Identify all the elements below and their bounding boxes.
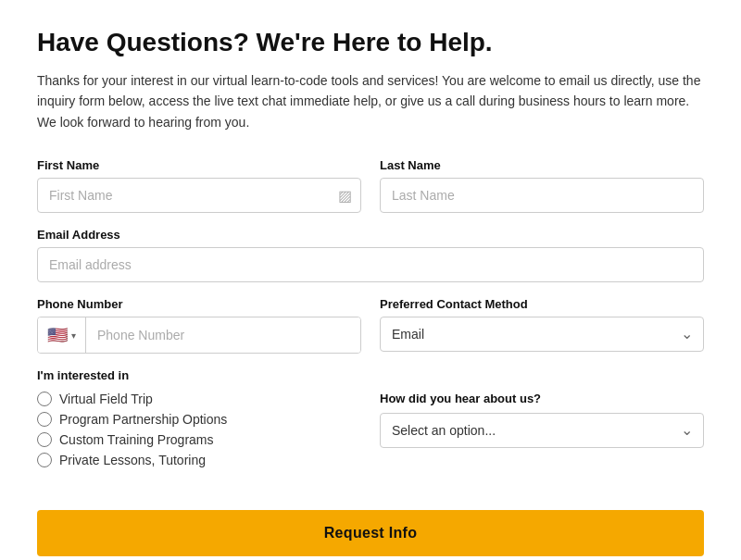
list-item: Program Partnership Options (37, 412, 361, 427)
contact-form: First Name ▨ Last Name Email Address Pho… (37, 158, 704, 556)
first-name-label: First Name (37, 158, 361, 172)
contact-method-select-wrapper: Email Phone Text (380, 317, 704, 352)
us-flag-icon: 🇺🇸 (47, 325, 68, 345)
phone-flag-select[interactable]: 🇺🇸 ▾ (38, 317, 86, 353)
custom-training-label: Custom Training Programs (59, 432, 214, 447)
contact-method-group: Preferred Contact Method Email Phone Tex… (380, 297, 704, 354)
checkboxes-column: Virtual Field Trip Program Partnership O… (37, 392, 361, 473)
phone-contact-row: Phone Number 🇺🇸 ▾ Preferred Contact Meth… (37, 297, 704, 354)
list-item: Private Lessons, Tutoring (37, 453, 361, 467)
hear-about-label: How did you hear about us? (380, 392, 704, 405)
list-item: Virtual Field Trip (37, 392, 361, 406)
phone-group: Phone Number 🇺🇸 ▾ (37, 297, 361, 354)
phone-input[interactable] (86, 317, 360, 353)
contact-method-label: Preferred Contact Method (380, 297, 704, 311)
last-name-label: Last Name (380, 158, 704, 172)
custom-training-radio[interactable] (37, 432, 52, 447)
name-row: First Name ▨ Last Name (37, 158, 704, 213)
first-name-input-wrapper: ▨ (37, 178, 361, 213)
hear-about-column: How did you hear about us? Select an opt… (380, 392, 704, 448)
email-label: Email Address (37, 228, 704, 242)
interested-label: I'm interested in (37, 368, 704, 382)
phone-input-wrapper: 🇺🇸 ▾ (37, 317, 361, 354)
private-lessons-label: Private Lessons, Tutoring (59, 453, 206, 467)
last-name-input[interactable] (380, 178, 704, 213)
private-lessons-radio[interactable] (37, 453, 52, 467)
flag-chevron-icon: ▾ (71, 330, 76, 341)
person-icon: ▨ (338, 187, 352, 205)
contact-method-select[interactable]: Email Phone Text (380, 317, 704, 352)
first-name-input[interactable] (37, 178, 361, 213)
page-title: Have Questions? We're Here to Help. (37, 28, 704, 57)
phone-label: Phone Number (37, 297, 361, 311)
first-name-group: First Name ▨ (37, 158, 361, 213)
list-item: Custom Training Programs (37, 432, 361, 447)
hear-about-select-wrapper: Select an option... Google Social Media … (380, 413, 704, 448)
submit-button[interactable]: Request Info (37, 510, 704, 556)
program-partnership-radio[interactable] (37, 412, 52, 427)
email-input[interactable] (37, 247, 704, 282)
program-partnership-label: Program Partnership Options (59, 412, 227, 427)
virtual-field-trip-label: Virtual Field Trip (59, 392, 153, 406)
interested-section: I'm interested in Virtual Field Trip Pro… (37, 368, 704, 473)
email-group: Email Address (37, 228, 704, 282)
interested-bottom-row: Virtual Field Trip Program Partnership O… (37, 392, 704, 473)
last-name-group: Last Name (380, 158, 704, 213)
hear-about-select[interactable]: Select an option... Google Social Media … (380, 413, 704, 448)
page-description: Thanks for your interest in our virtual … (37, 70, 704, 132)
email-row: Email Address (37, 228, 704, 282)
virtual-field-trip-radio[interactable] (37, 392, 52, 406)
